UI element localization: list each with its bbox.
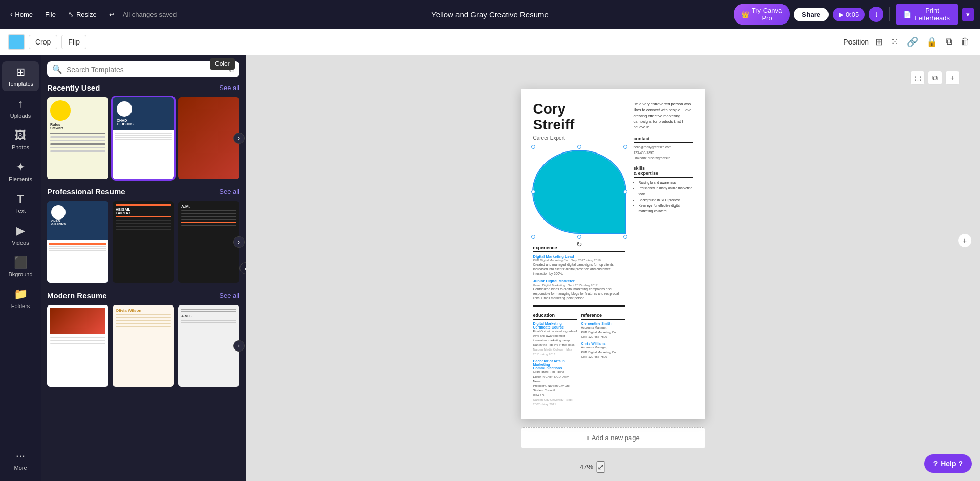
job-1: Digital Marketing Lead KVB Digital Marke… [533, 254, 625, 276]
skill-3: Background in SEO process [639, 197, 693, 203]
align-button[interactable]: ⊞ [873, 34, 885, 50]
play-icon: ▶ [839, 11, 844, 18]
handle-bl[interactable] [531, 235, 535, 239]
chevron-left-icon: ‹ [10, 10, 13, 19]
ref-1: Clementine Smith Accounts Manager,KVB Di… [581, 322, 625, 339]
undo-button[interactable]: ↩ [105, 9, 119, 20]
sidebar-item-folders[interactable]: 📁 Folders [2, 283, 39, 313]
position-label: Position [843, 38, 869, 46]
toolbar-right: Position ⊞ ⁙ 🔗 🔒 ⧉ 🗑 [843, 34, 972, 50]
edu-1-detail: Final Output received a grade of 98% and… [533, 329, 577, 347]
resize-button[interactable]: ⤡ Resize [64, 8, 101, 20]
template-card-olivia[interactable]: Olivia Wilson [113, 305, 174, 387]
rotate-handle[interactable]: ↻ [574, 239, 584, 249]
handle-tr[interactable] [623, 145, 627, 149]
template-card-rufus[interactable]: RufusStewart [47, 97, 108, 179]
document-container: CoryStreiff Career Expert [521, 89, 705, 419]
modern-resume-title: Modern Resume [47, 291, 107, 300]
handle-mr[interactable] [623, 190, 627, 194]
left-sidebar: ⊞ Templates ↑ Uploads 🖼 Photos ✦ Element… [0, 55, 41, 481]
template-card-dark[interactable]: A.M. [178, 201, 239, 283]
delete-button[interactable]: 🗑 [959, 34, 972, 49]
recently-used-grid: RufusStewart CHADGIBBONS [47, 97, 239, 179]
add-page-button[interactable]: + Add a new page [521, 427, 705, 448]
share-button[interactable]: Share [794, 8, 829, 21]
topbar: ‹ Home File ⤡ Resize ↩ All changes saved… [0, 0, 980, 29]
sidebar-item-background[interactable]: ⬛ Bkground [2, 252, 39, 281]
canvas-area: ⬚ ⧉ + CoryStreiff Career Expert [246, 55, 980, 481]
contact-info: hello@reallygreatsite.com 123-456-7890 L… [634, 145, 693, 161]
ref-1-name: Clementine Smith [581, 322, 625, 325]
template-card-chad2[interactable]: CHADGIBBONS [47, 201, 108, 283]
background-icon: ⬛ [14, 256, 28, 269]
file-button[interactable]: File [41, 9, 60, 20]
template-card-abigail[interactable]: ABIGAILFAIRFAX [113, 201, 174, 283]
resume-bio: I'm a very extroverted person who likes … [634, 101, 693, 130]
uploads-icon: ↑ [18, 97, 24, 111]
print-dropdown-button[interactable]: ▾ [962, 8, 974, 21]
help-icon: ? [933, 460, 938, 468]
handle-tc[interactable] [577, 145, 581, 149]
edge-add-button[interactable]: + [957, 233, 972, 248]
sidebar-item-elements[interactable]: ✦ Elements [2, 157, 39, 186]
chad-avatar [117, 101, 132, 117]
download-button[interactable]: ↓ [869, 7, 883, 22]
handle-ml[interactable] [531, 190, 535, 194]
zoom-controls: 47% ⤢ [580, 461, 605, 473]
recently-used-see-all[interactable]: See all [219, 84, 239, 92]
sidebar-item-text[interactable]: T Text [2, 188, 39, 218]
crop-button[interactable]: Crop [29, 35, 57, 49]
document-title: Yellow and Gray Creative Resume [250, 10, 730, 19]
panel-collapse-button[interactable]: ‹ [239, 262, 246, 274]
home-button[interactable]: ‹ Home [6, 8, 37, 21]
document: CoryStreiff Career Expert [521, 89, 705, 419]
color-swatch[interactable] [8, 34, 25, 50]
modern-resume-see-all[interactable]: See all [219, 292, 239, 299]
document-tools: ⬚ ⧉ + [910, 71, 960, 85]
play-button[interactable]: ▶ 0:05 [833, 8, 865, 21]
try-pro-button[interactable]: 👑 Try Canva Pro [734, 4, 790, 25]
handle-bc[interactable] [577, 235, 581, 239]
flip-button[interactable]: Flip [61, 35, 86, 49]
template-card-redhair[interactable] [178, 97, 239, 179]
professional-resume-see-all[interactable]: See all [219, 188, 239, 195]
skill-4: Keen eye for effective digital marketing… [639, 203, 693, 214]
templates-panel: 🔍 ⧉ Recently Used See all RufusStewart [41, 55, 246, 481]
filter-icon[interactable]: ⧉ [229, 65, 234, 74]
copy-button[interactable]: ⧉ [944, 34, 954, 49]
ref-2-role: Accounts Manager,KVB Digital Marketing C… [581, 345, 625, 359]
cyan-decorative-shape[interactable] [533, 151, 625, 233]
job-2: Junior Digital Marketer Goren Digital Ma… [533, 279, 625, 300]
handle-br[interactable] [623, 235, 627, 239]
crown-icon: 👑 [741, 11, 749, 18]
template-card-chad[interactable]: CHADGIBBONS [113, 97, 174, 179]
recently-used-title: Recently Used [47, 83, 100, 92]
cyan-shape-container[interactable]: ↻ [533, 147, 625, 237]
sidebar-item-photos[interactable]: 🖼 Photos [2, 125, 39, 155]
modern-next[interactable]: › [233, 340, 245, 352]
skills-title: skills& expertise [634, 166, 693, 178]
edu-1: Digital Marketing Certificate Course Fin… [533, 322, 577, 357]
zoom-expand-button[interactable]: ⤢ [596, 461, 605, 473]
doc-tool-frame[interactable]: ⬚ [910, 71, 925, 85]
sidebar-item-videos[interactable]: ▶ Videos [2, 220, 39, 250]
grid-button[interactable]: ⁙ [889, 34, 901, 50]
edu-2: Bachelor of Arts in Marketing Communicat… [533, 359, 577, 407]
help-button[interactable]: ? Help ? [924, 454, 972, 473]
recently-used-next[interactable]: › [233, 133, 245, 144]
sidebar-item-templates[interactable]: ⊞ Templates [2, 61, 39, 91]
sidebar-item-uploads[interactable]: ↑ Uploads [2, 93, 39, 123]
doc-tool-add[interactable]: + [945, 71, 960, 85]
doc-tool-copy[interactable]: ⧉ [928, 71, 942, 85]
sidebar-item-more[interactable]: ··· More [2, 445, 39, 475]
handle-tl[interactable] [531, 145, 535, 149]
professional-next[interactable]: › [233, 236, 245, 248]
job-1-title: Digital Marketing Lead [533, 254, 625, 259]
template-card-modern[interactable] [47, 305, 108, 387]
reference-section: reference Clementine Smith Accounts Mana… [581, 309, 625, 407]
print-button[interactable]: 📄 Print Letterheads [896, 4, 958, 25]
search-input[interactable] [67, 65, 225, 74]
template-card-minimal[interactable]: A.M.E. [178, 305, 239, 387]
lock-button[interactable]: 🔒 [924, 34, 940, 50]
link-button[interactable]: 🔗 [905, 34, 920, 50]
